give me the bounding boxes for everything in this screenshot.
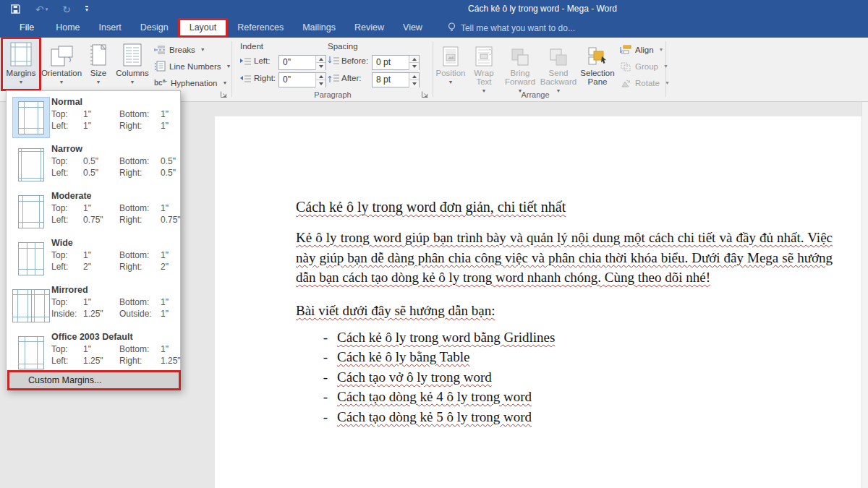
bullet-marker: - [320,328,331,348]
chevron-down-icon: ▼ [448,80,454,85]
tell-me-label: Tell me what you want to do... [461,23,575,33]
size-label: Size [90,69,106,77]
chevron-down-icon: ▼ [663,64,668,69]
position-icon [443,39,459,67]
chevron-down-icon: ▼ [226,64,231,69]
spin-down-button[interactable] [409,80,419,87]
rotate-label: Rotate [635,79,660,87]
send-backward-icon [549,39,568,67]
spacing-after-label: After: [341,74,361,82]
chevron-down-icon: ▼ [130,80,135,85]
quick-access-toolbar: ↶▾ ↻ ▾ [10,0,88,18]
paragraph-dialog-launcher[interactable] [421,90,430,99]
indent-right-value: 0" [283,73,291,87]
doc-list-intro: Bài viết dưới đây sẽ hướng dẫn bạn: [296,301,833,320]
indent-left-label: Left: [254,56,270,65]
chevron-down-icon: ▼ [19,80,24,85]
tab-file[interactable]: File [7,18,46,38]
orientation-label: Orientation [41,69,82,77]
bullet-marker: - [320,407,331,427]
indent-left-value: 0" [283,56,291,69]
group-divider [433,41,433,97]
list-item: -Cách tạo dòng kẻ 5 ô ly trong word [296,407,833,427]
margins-preset-office-2003[interactable]: Office 2003 Default Top:1"Bottom:1" Left… [7,330,180,370]
align-icon [620,45,631,55]
custom-margins-menu-item[interactable]: Custom Margins... [7,370,181,390]
undo-icon[interactable]: ↶▾ [35,2,48,17]
tab-mailings[interactable]: Mailings [293,18,345,38]
tab-design[interactable]: Design [131,18,178,38]
window-title: Cách kẻ ô ly trong word - Mega - Word [217,0,868,18]
breaks-icon [154,45,166,55]
lightbulb-icon [448,22,456,33]
margins-dropdown-menu: Normal Top:1"Bottom:1" Left:1"Right:1" N… [6,90,181,390]
breaks-button[interactable]: Breaks ▼ [154,43,205,56]
spin-down-button[interactable] [315,80,326,87]
spin-up-button[interactable] [409,56,419,62]
spacing-before-input[interactable]: 0 pt [372,55,420,70]
columns-label: Columns [116,69,148,77]
indent-header: Indent [240,42,263,51]
spacing-after-input[interactable]: 8 pt [372,72,420,87]
line-numbers-button[interactable]: Line Numbers ▼ [154,59,231,73]
vertical-scrollbar[interactable] [861,102,868,488]
spacing-after-icon [328,73,340,83]
margins-preset-moderate[interactable]: Moderate Top:1"Bottom:1" Left:0.75"Right… [7,189,180,236]
tab-insert[interactable]: Insert [90,18,131,38]
margins-preset-narrow[interactable]: Narrow Top:0.5"Bottom:0.5" Left:0.5"Righ… [7,142,180,189]
custom-margins-label: Custom Margins... [28,375,101,385]
margins-preset-wide[interactable]: Wide Top:1"Bottom:1" Left:2"Right:2" [7,236,180,283]
save-icon[interactable] [10,2,21,17]
bring-forward-label: Bring Forward [502,69,538,86]
align-button[interactable]: Align ▼ [620,43,664,56]
list-item: -Cách kẻ ô ly trong word bằng Gridlines [296,328,833,348]
rotate-button: Rotate ▼ [620,76,670,90]
tab-home[interactable]: Home [46,18,89,38]
tab-references[interactable]: References [228,18,293,38]
rotate-icon [620,78,631,88]
group-icon [620,61,631,72]
margins-preset-normal-icon [12,97,50,138]
wrap-text-icon [475,39,493,67]
tell-me-box[interactable]: Tell me what you want to do... [448,18,575,38]
page-setup-dialog-launcher[interactable] [220,90,229,99]
chevron-down-icon: ▼ [59,80,64,85]
doc-paragraph: Kẻ ô ly trong word giúp bạn trình bày và… [296,228,833,288]
chevron-down-icon: ▼ [96,80,101,85]
arrange-group-label: Arrange [499,90,571,99]
indent-right-icon [239,74,252,83]
spin-up-button[interactable] [315,56,326,62]
bring-forward-icon [511,39,529,67]
document-page[interactable]: Cách kẻ ô ly trong word đơn giản, chi ti… [215,116,862,488]
tab-view[interactable]: View [393,18,432,38]
selection-pane-label: Selection Pane [579,69,616,86]
list-item: -Cách kẻ ô ly bằng Table [296,347,833,367]
redo-icon[interactable]: ↻ [62,2,71,17]
hyphenation-label: Hyphenation [171,79,218,87]
spin-up-button[interactable] [409,73,419,80]
tab-review[interactable]: Review [345,18,393,38]
margins-preset-wide-icon [12,238,50,279]
customize-quick-access-icon[interactable]: ▾ [85,2,88,17]
margins-preset-office-2003-icon [12,332,50,373]
hyphenation-button[interactable]: bca- Hyphenation ▼ [154,76,227,90]
bullet-marker: - [320,347,331,367]
group-label: Group [635,62,658,71]
spin-up-button[interactable] [315,73,326,80]
spacing-before-value: 0 pt [376,56,391,69]
word-window: ↶▾ ↻ ▾ Cách kẻ ô ly trong word - Mega - … [0,0,868,488]
indent-left-input[interactable]: 0" [278,55,326,70]
selection-pane-button[interactable]: Selection Pane [579,39,616,100]
margins-button-highlight: Margins ▼ [1,37,41,91]
tab-layout[interactable]: Layout [178,18,229,38]
group-divider [231,41,232,97]
chevron-down-icon: ▼ [200,47,205,52]
spin-down-button[interactable] [409,62,419,70]
orientation-icon [50,39,73,67]
spacing-before-label: Before: [341,56,368,65]
spin-down-button[interactable] [315,62,326,70]
margins-preset-mirrored[interactable]: Mirrored Top:1"Bottom:1" Inside:1.25"Out… [7,283,180,330]
margins-preset-moderate-icon [12,191,50,232]
indent-right-input[interactable]: 0" [278,72,326,87]
margins-preset-normal[interactable]: Normal Top:1"Bottom:1" Left:1"Right:1" [7,95,180,142]
